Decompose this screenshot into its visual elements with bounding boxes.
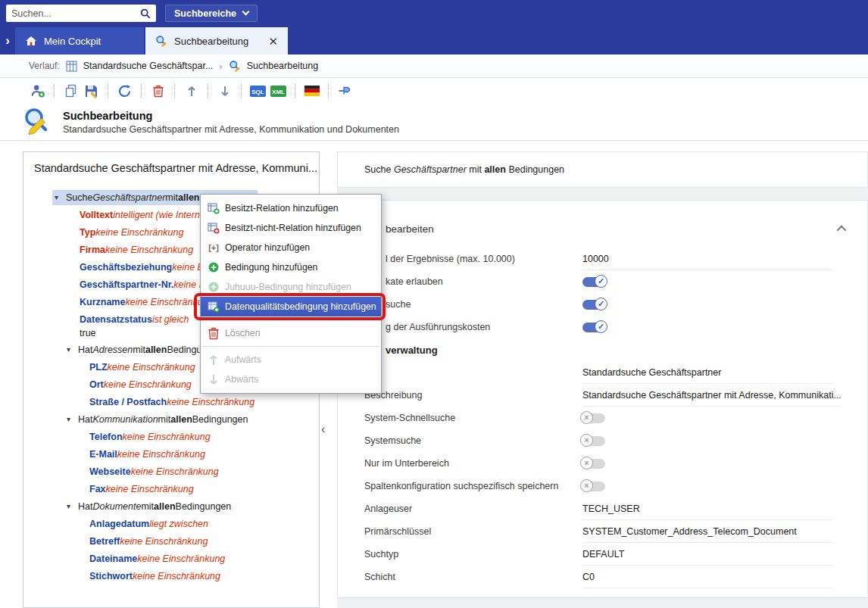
field-value[interactable]: TECH_USER bbox=[582, 504, 640, 514]
x-icon: × bbox=[580, 434, 593, 447]
search-summary-card: Suche Geschäftspartner mit allen Bedingu… bbox=[337, 151, 868, 188]
search-edit-icon bbox=[155, 35, 167, 47]
menu-item-bedingung-hinzufügen[interactable]: Bedingung hinzufügen bbox=[201, 257, 381, 277]
check-icon: ✓ bbox=[595, 298, 607, 310]
move-down-icon bbox=[207, 373, 220, 386]
svg-text:[+]: [+] bbox=[208, 243, 219, 252]
move-down-icon[interactable] bbox=[214, 81, 235, 101]
move-up-icon[interactable] bbox=[181, 81, 201, 101]
tree-node[interactable]: Betreff keine Einschränkung bbox=[23, 532, 319, 550]
field-value[interactable]: Standardsuche Geschäftspartner mit Adres… bbox=[582, 390, 841, 401]
sql-icon[interactable]: SQL bbox=[248, 81, 268, 101]
field-value[interactable]: SYSTEM_Customer_Address_Telecom_Document bbox=[582, 526, 797, 537]
field-value[interactable]: DEFAULT bbox=[582, 549, 624, 560]
operator-add-icon: [+] bbox=[207, 242, 220, 254]
grid-icon bbox=[66, 61, 77, 72]
section-header: verwaltung bbox=[338, 338, 867, 361]
context-menu: Besitzt-Relation hinzufügenBesitzt-nicht… bbox=[200, 194, 382, 394]
toolbar-separator bbox=[141, 84, 142, 98]
tree-node[interactable]: Dateiname keine Einschränkung bbox=[23, 550, 319, 567]
add-user-icon[interactable] bbox=[27, 81, 48, 101]
toggle-off[interactable]: × bbox=[582, 482, 605, 491]
field-value[interactable]: Standardsuche Geschäftspartner bbox=[582, 367, 721, 378]
field-label: Nur im Unterbereich bbox=[364, 458, 582, 469]
menu-item-aufwärts[interactable]: Aufwärts bbox=[201, 350, 381, 369]
tree-node[interactable]: ▾Hat Kommunikation mit allen Bedingungen bbox=[23, 410, 319, 428]
tree-node[interactable]: Webseite keine Einschränkung bbox=[23, 463, 319, 480]
menu-item-besitzt-nicht-relation-hinzufügen[interactable]: Besitzt-nicht-Relation hinzufügen bbox=[201, 218, 381, 238]
tree-node[interactable]: Anlagedatum liegt zwischen bbox=[23, 515, 319, 532]
field-label: Beschreibung bbox=[364, 390, 582, 401]
bedingung-add-icon bbox=[207, 261, 220, 273]
field-value[interactable]: 10000 bbox=[582, 254, 609, 264]
top-bar: Suchen... Suchbereiche bbox=[0, 0, 868, 27]
search-input[interactable]: Suchen... bbox=[11, 8, 140, 19]
main-area: Suche Geschäftspartner mit allen Bedingu… bbox=[0, 141, 868, 608]
tree-node[interactable]: E-Mail keine Einschränkung bbox=[23, 445, 319, 463]
collapse-section-icon[interactable] bbox=[837, 226, 847, 235]
x-icon: × bbox=[580, 411, 593, 424]
datenqualitaetsbedingung-add-icon bbox=[207, 301, 220, 313]
tab-mein-cockpit[interactable]: Mein Cockpit bbox=[15, 27, 144, 55]
history-item-suchbearbeitung[interactable]: Suchbearbeitung bbox=[247, 61, 319, 71]
field-label: Schicht bbox=[364, 572, 582, 582]
search-summary: Suche Geschäftspartner mit allen Bedingu… bbox=[364, 164, 564, 175]
copy-icon[interactable] bbox=[61, 81, 81, 101]
menu-item-abwärts[interactable]: Abwärts bbox=[201, 369, 381, 389]
tree-node[interactable]: Stichwort keine Einschränkung bbox=[23, 567, 319, 585]
search-detail-card: bearbeiten l der Ergebnisse (max. 10.000… bbox=[337, 200, 868, 598]
field-label: suche bbox=[364, 299, 582, 310]
close-tab-icon[interactable]: ✕ bbox=[268, 36, 278, 47]
german-flag-icon[interactable] bbox=[301, 81, 322, 101]
toggle-off[interactable]: × bbox=[582, 413, 605, 423]
tree-node[interactable]: Straße / Postfach keine Einschränkung bbox=[23, 393, 319, 410]
tab-label: Mein Cockpit bbox=[44, 36, 101, 47]
expander-icon[interactable]: ▾ bbox=[55, 193, 66, 201]
expander-icon[interactable]: ▾ bbox=[67, 415, 78, 423]
tab-suchbearbeitung[interactable]: Suchbearbeitung ✕ bbox=[145, 27, 288, 55]
toolbar-separator bbox=[54, 84, 55, 98]
section-header-label: bearbeiten bbox=[386, 223, 434, 235]
refresh-icon[interactable] bbox=[114, 81, 135, 101]
expander-icon[interactable]: ▾ bbox=[67, 345, 78, 354]
toggle-on[interactable]: ✓ bbox=[582, 277, 605, 287]
besitzt-relation-add-icon bbox=[207, 202, 220, 214]
history-item-standardsuche[interactable]: Standardsuche Geschäftspar... bbox=[83, 61, 214, 71]
expander-icon[interactable]: ▾ bbox=[67, 502, 78, 510]
global-search-box[interactable]: Suchen... bbox=[6, 5, 156, 22]
detail-row: Standardsuche Geschäftspartner bbox=[338, 361, 867, 384]
field-label: Anlageuser bbox=[364, 504, 582, 514]
tab-label: Suchbearbeitung bbox=[174, 36, 248, 47]
delete-icon[interactable] bbox=[148, 81, 168, 101]
toolbar: SQLXML bbox=[0, 78, 868, 104]
history-bar: Verlauf: Standardsuche Geschäftspar... ›… bbox=[0, 55, 868, 78]
detail-row: l der Ergebnisse (max. 10.000)10000 bbox=[338, 248, 867, 270]
menu-item-datenqualitätsbedingung-hinzufügen[interactable]: Datenqualitätsbedingung hinzufügen bbox=[201, 297, 381, 316]
expand-panel-icon[interactable]: › bbox=[0, 27, 15, 55]
toolbar-separator bbox=[108, 84, 108, 98]
tree-node[interactable]: ▾Hat Dokumente mit allen Bedingungen bbox=[23, 497, 319, 515]
save-icon[interactable] bbox=[81, 81, 101, 101]
xml-icon[interactable]: XML bbox=[268, 81, 289, 101]
toggle-on[interactable]: ✓ bbox=[582, 300, 605, 310]
menu-item-besitzt-relation-hinzufügen[interactable]: Besitzt-Relation hinzufügen bbox=[201, 198, 381, 218]
menu-item-löschen[interactable]: Löschen bbox=[201, 323, 381, 343]
menu-item-operator-hinzufügen[interactable]: [+]Operator hinzufügen bbox=[201, 238, 381, 257]
svg-text:SQL: SQL bbox=[251, 89, 264, 95]
collapse-panel-icon[interactable]: ‹ bbox=[321, 422, 325, 436]
menu-separator bbox=[201, 320, 380, 320]
menu-item-juhuuu-bedingung-hinzufügen[interactable]: Juhuuu-Bedingung hinzufügen bbox=[201, 277, 381, 297]
toggle-off[interactable]: × bbox=[582, 459, 605, 469]
delete-icon bbox=[207, 326, 220, 340]
field-value[interactable]: C0 bbox=[582, 572, 595, 582]
pin-icon[interactable] bbox=[335, 81, 355, 101]
toggle-on[interactable]: ✓ bbox=[582, 323, 605, 332]
menu-separator bbox=[201, 346, 380, 347]
search-edit-icon bbox=[229, 60, 241, 72]
toggle-off[interactable]: × bbox=[582, 436, 605, 446]
page-subtitle: Standardsuche Geschäftspartner mit Adres… bbox=[63, 124, 399, 135]
tree-node[interactable]: Fax keine Einschränkung bbox=[23, 480, 319, 497]
suchbereiche-button[interactable]: Suchbereiche bbox=[165, 5, 258, 22]
search-icon[interactable] bbox=[140, 8, 151, 19]
tree-node[interactable]: Telefon keine Einschränkung bbox=[23, 428, 319, 445]
